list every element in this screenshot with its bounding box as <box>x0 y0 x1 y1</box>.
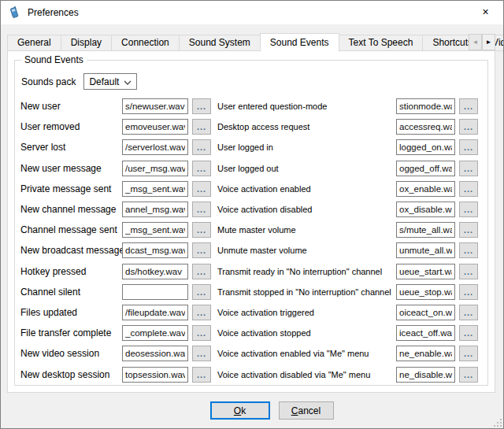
sound-file-input[interactable] <box>122 325 188 341</box>
preferences-window: Preferences × GeneralDisplayConnectionSo… <box>0 0 504 429</box>
sound-event-label: User logged in <box>217 142 396 152</box>
browse-button[interactable]: ... <box>459 264 478 279</box>
browse-button[interactable]: ... <box>459 202 478 217</box>
resize-grip[interactable] <box>494 419 502 427</box>
cancel-button-label: Cancel <box>287 405 325 416</box>
browse-button[interactable]: ... <box>192 305 211 320</box>
sound-file-input[interactable] <box>396 264 455 279</box>
browse-button[interactable]: ... <box>192 242 211 258</box>
sound-file-input[interactable] <box>396 222 455 238</box>
browse-button[interactable]: ... <box>459 222 478 238</box>
sound-event-row: Voice activation triggered... <box>217 302 478 323</box>
sound-event-label: File transfer complete <box>20 327 122 338</box>
browse-button[interactable]: ... <box>459 325 478 341</box>
ok-button[interactable]: Ok <box>210 401 270 420</box>
close-button[interactable]: × <box>468 1 503 24</box>
sound-event-label: New broadcast message <box>20 245 122 256</box>
sound-file-input[interactable] <box>396 325 455 341</box>
browse-button[interactable]: ... <box>459 367 478 383</box>
browse-button[interactable]: ... <box>459 139 478 155</box>
sound-event-label: Voice activation stopped <box>217 328 396 338</box>
sound-event-row: Files updated... <box>20 302 211 323</box>
sound-event-row: Voice activation enabled... <box>217 179 478 199</box>
tab-text-to-speech[interactable]: Text To Speech <box>339 35 424 51</box>
sound-event-row: Hotkey pressed... <box>20 261 211 282</box>
sound-file-input[interactable] <box>122 242 188 258</box>
sound-event-label: New desktop session <box>20 369 122 380</box>
browse-button[interactable]: ... <box>192 161 211 176</box>
sound-file-input[interactable] <box>122 181 188 197</box>
sound-file-input[interactable] <box>122 284 188 300</box>
browse-button[interactable]: ... <box>459 284 478 300</box>
browse-button[interactable]: ... <box>459 305 478 320</box>
tab-connection[interactable]: Connection <box>111 35 180 51</box>
sound-file-input[interactable] <box>122 346 188 361</box>
footer-buttons: Ok Cancel <box>210 401 334 420</box>
sound-event-label: Voice activation triggered <box>217 308 396 317</box>
ok-button-label: Ok <box>220 405 261 416</box>
sound-event-row: User entered question-mode... <box>217 96 478 116</box>
browse-button[interactable]: ... <box>459 98 478 114</box>
sound-file-input[interactable] <box>122 98 188 114</box>
sound-file-input[interactable] <box>396 202 455 217</box>
browse-button[interactable]: ... <box>192 139 211 155</box>
browse-button[interactable]: ... <box>459 346 478 361</box>
sound-file-input[interactable] <box>396 98 455 114</box>
browse-button[interactable]: ... <box>192 98 211 114</box>
sound-file-input[interactable] <box>122 222 188 238</box>
sound-event-label: Voice activation disabled <box>217 205 396 214</box>
tab-scroll-right-button[interactable]: ► <box>482 34 495 50</box>
sound-file-input[interactable] <box>122 119 188 135</box>
sound-file-input[interactable] <box>122 139 188 155</box>
sound-event-row: Private message sent... <box>20 179 211 199</box>
sound-file-input[interactable] <box>396 161 455 176</box>
sound-event-label: Desktop access request <box>217 122 396 131</box>
sound-event-row: User removed... <box>20 116 211 137</box>
sound-file-input[interactable] <box>122 264 188 279</box>
tab-sound-system[interactable]: Sound System <box>179 35 261 51</box>
sound-event-row: Voice activation disabled via "Me" menu.… <box>217 364 478 384</box>
browse-button[interactable]: ... <box>192 222 211 238</box>
sound-events-column-right: User entered question-mode...Desktop acc… <box>217 96 478 385</box>
browse-button[interactable]: ... <box>192 325 211 341</box>
cancel-button[interactable]: Cancel <box>279 401 334 420</box>
browse-button[interactable]: ... <box>192 284 211 300</box>
browse-button[interactable]: ... <box>192 119 211 135</box>
tab-sound-events[interactable]: Sound Events <box>260 33 339 52</box>
app-icon <box>8 6 20 19</box>
browse-button[interactable]: ... <box>192 202 211 217</box>
browse-button[interactable]: ... <box>192 181 211 197</box>
sound-file-input[interactable] <box>122 161 188 176</box>
sounds-pack-row: Sounds pack Default <box>21 73 482 90</box>
sound-file-input[interactable] <box>122 367 188 383</box>
tab-display[interactable]: Display <box>61 35 112 51</box>
sound-file-input[interactable] <box>396 367 455 383</box>
browse-button[interactable]: ... <box>459 119 478 135</box>
window-title: Preferences <box>28 7 79 18</box>
sound-file-input[interactable] <box>396 181 455 197</box>
browse-button[interactable]: ... <box>459 242 478 258</box>
sound-file-input[interactable] <box>122 305 188 320</box>
sound-file-input[interactable] <box>396 284 455 300</box>
tab-general[interactable]: General <box>7 35 61 51</box>
browse-button[interactable]: ... <box>192 367 211 383</box>
sound-file-input[interactable] <box>396 242 455 258</box>
sound-file-input[interactable] <box>396 305 455 320</box>
sound-event-row: New user... <box>20 96 211 116</box>
sound-event-label: User logged out <box>217 164 396 173</box>
sound-file-input[interactable] <box>396 119 455 135</box>
sounds-pack-select[interactable]: Default <box>83 73 137 90</box>
sound-event-label: Server lost <box>20 142 122 153</box>
sound-event-row: New broadcast message... <box>20 240 211 261</box>
browse-button[interactable]: ... <box>459 161 478 176</box>
browse-button[interactable]: ... <box>192 264 211 279</box>
sound-file-input[interactable] <box>122 202 188 217</box>
sound-file-input[interactable] <box>396 139 455 155</box>
browse-button[interactable]: ... <box>192 346 211 361</box>
sound-event-label: Channel message sent <box>20 224 122 235</box>
browse-button[interactable]: ... <box>459 181 478 197</box>
sound-file-input[interactable] <box>396 346 455 361</box>
tab-scroll-left-button[interactable]: ◄ <box>469 34 482 50</box>
titlebar: Preferences × <box>1 1 503 24</box>
sound-event-label: Voice activation enabled via "Me" menu <box>217 349 396 358</box>
